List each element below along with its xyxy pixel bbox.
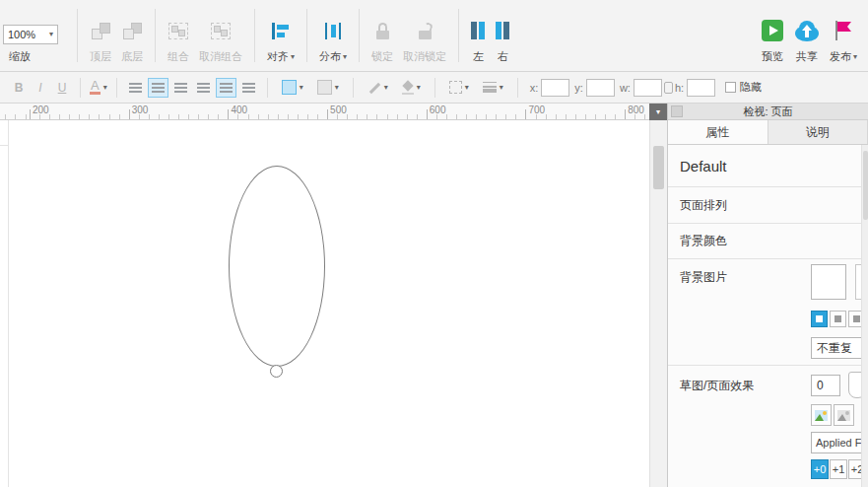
text-align-center-icon — [152, 83, 165, 93]
h-label: h: — [675, 82, 684, 94]
tab-notes[interactable]: 说明 — [768, 120, 868, 144]
line-color-button[interactable]: ▾ — [367, 81, 388, 95]
ruler-mark: 800 — [628, 104, 644, 115]
h-input[interactable] — [687, 79, 715, 97]
bg-image-swatch[interactable] — [811, 264, 846, 300]
bold-button[interactable]: B — [9, 78, 29, 98]
sketch-value-input[interactable]: 0 — [811, 375, 840, 396]
y-label: y: — [574, 82, 583, 94]
align-right-icon — [496, 17, 510, 44]
section-bg-image: 背景图片 不重复 — [668, 259, 868, 366]
sketch-effects-label: 草图/页面效果 — [680, 378, 754, 394]
chevron-down-icon: ▾ — [853, 53, 857, 61]
line-weight-button[interactable]: ▾ — [483, 82, 503, 93]
canvas-vertical-scrollbar[interactable] — [649, 120, 667, 487]
font-size-plus0-button[interactable]: +0 — [811, 459, 829, 479]
vertical-align-middle-icon — [220, 83, 233, 93]
section-page-arrange: 页面排列 — [668, 187, 868, 224]
y-input[interactable] — [586, 79, 615, 97]
inspector-scrollbar[interactable] — [861, 145, 868, 487]
ruler-mark: 200 — [33, 104, 49, 115]
unlock-button[interactable]: 取消锁定 — [398, 0, 451, 71]
font-color-icon: A — [90, 80, 100, 95]
font-size-plus1-button[interactable]: +1 — [830, 459, 847, 479]
inspector-tabs: 属性 说明 — [668, 120, 868, 145]
border-style-icon — [449, 81, 462, 94]
underline-button[interactable]: U — [52, 78, 72, 98]
bring-to-front-icon — [92, 17, 110, 44]
fill-color-button[interactable]: ▾ — [402, 81, 421, 95]
align-left-button[interactable]: 左 — [466, 0, 491, 71]
preview-button[interactable]: 预览 — [756, 0, 789, 71]
vertical-align-bottom-button[interactable] — [238, 78, 259, 98]
toolbar-separator — [80, 78, 81, 98]
toolbar-separator — [155, 9, 156, 62]
share-cloud-icon — [794, 17, 820, 44]
bg-position-button[interactable] — [830, 311, 846, 327]
vertical-align-middle-button[interactable] — [216, 78, 236, 98]
toolbar-separator — [353, 78, 354, 98]
send-to-back-button[interactable]: 底层 — [116, 0, 148, 71]
y-field-group: y: — [574, 79, 615, 97]
page-boundary-vertical — [8, 120, 9, 487]
x-input[interactable] — [541, 79, 569, 97]
scroll-menu-button[interactable]: ▾ — [649, 104, 667, 120]
w-field-group: w: — [620, 79, 662, 97]
ellipse-shape[interactable] — [229, 166, 325, 367]
toolbar-separator — [77, 9, 78, 62]
inspector-scrollbar-thumb[interactable] — [863, 151, 868, 220]
inspector-header: 检视: 页面 — [668, 104, 868, 120]
x-label: x: — [530, 82, 539, 94]
bg-position-button[interactable] — [811, 311, 828, 327]
bg-repeat-select[interactable]: 不重复 — [811, 337, 868, 359]
chevron-down-icon: ▾ — [103, 84, 107, 92]
font-color-button[interactable]: A ▾ — [90, 80, 107, 95]
hide-checkbox[interactable] — [725, 82, 736, 93]
text-align-left-button[interactable] — [125, 78, 146, 98]
bring-to-front-button[interactable]: 顶层 — [85, 0, 116, 71]
tab-properties[interactable]: 属性 — [668, 120, 768, 144]
text-align-right-button[interactable] — [170, 78, 191, 98]
preview-play-icon — [761, 17, 784, 44]
text-align-center-button[interactable] — [148, 78, 168, 98]
color-image-button[interactable] — [811, 404, 832, 426]
align-button[interactable]: 对齐▾ — [262, 0, 300, 71]
w-input[interactable] — [634, 79, 662, 97]
padding-icon — [317, 80, 332, 95]
italic-button[interactable]: I — [31, 78, 50, 98]
grayscale-image-button[interactable] — [834, 404, 854, 426]
format-toolbar: B I U A ▾ ▾ ▾ ▾ ▾ ▾ ▾ x: — [0, 72, 868, 104]
inspector-title: 检视: 页面 — [743, 104, 792, 119]
toolbar-separator — [254, 9, 255, 62]
scrollbar-thumb[interactable] — [653, 146, 664, 189]
ellipse-tail-circle[interactable] — [270, 365, 283, 378]
padding-button[interactable]: ▾ — [317, 80, 339, 95]
vertical-align-top-button[interactable] — [193, 78, 214, 98]
constrain-proportions-icon[interactable] — [664, 82, 673, 94]
line-weight-icon — [483, 82, 497, 93]
hide-label: 隐藏 — [740, 80, 762, 95]
group-button[interactable]: 组合 — [163, 0, 194, 71]
align-right-button[interactable]: 右 — [491, 0, 515, 71]
zoom-control[interactable]: 100% ▾ 缩放 — [0, 0, 70, 71]
distribute-button[interactable]: 分布▾ — [314, 0, 352, 71]
design-canvas[interactable] — [0, 120, 649, 487]
chevron-down-icon: ▾ — [656, 108, 660, 116]
zoom-value: 100% — [8, 29, 35, 40]
vertical-align-top-icon — [197, 83, 210, 93]
border-style-button[interactable]: ▾ — [449, 81, 469, 94]
lock-button[interactable]: 锁定 — [367, 0, 398, 71]
bullet-list-button[interactable]: ▾ — [282, 80, 303, 95]
sketch-color-mode-buttons — [811, 404, 854, 426]
publish-button[interactable]: 发布▾ — [825, 0, 862, 71]
sketch-font-select[interactable]: Applied Font — [811, 432, 868, 453]
panel-collapse-button[interactable] — [671, 105, 683, 117]
ruler-mark: 400 — [231, 104, 247, 115]
zoom-dropdown[interactable]: 100% ▾ — [3, 25, 58, 44]
ungroup-button[interactable]: 取消组合 — [194, 0, 247, 71]
share-button[interactable]: 共享 — [789, 0, 825, 71]
page-name: Default — [668, 145, 868, 187]
top-ruler: 200300400500600700800 — [0, 104, 649, 120]
section-bg-color: 背景颜色 — [668, 224, 868, 259]
bg-image-label: 背景图片 — [680, 269, 727, 286]
